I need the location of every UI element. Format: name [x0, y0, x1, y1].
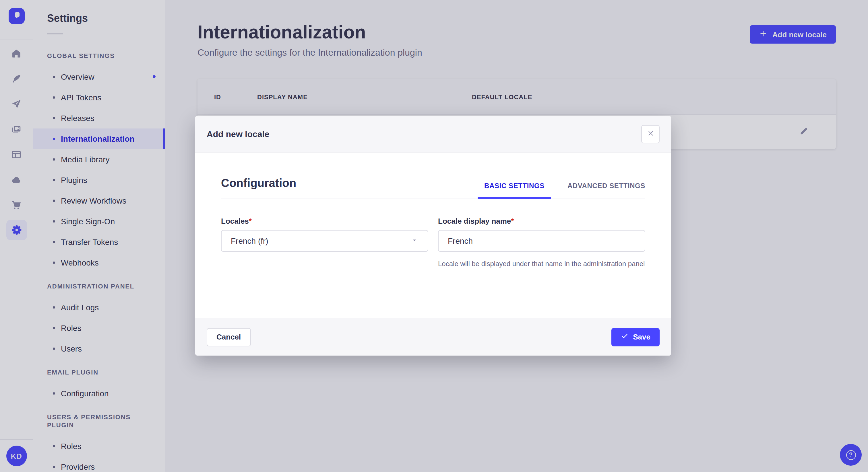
tab-basic-settings[interactable]: BASIC SETTINGS — [477, 182, 551, 198]
locales-select-value: French (fr) — [231, 236, 268, 245]
save-label: Save — [633, 333, 650, 341]
display-name-input-wrapper — [438, 230, 645, 252]
modal-body: Configuration BASIC SETTINGS ADVANCED SE… — [195, 153, 671, 318]
configuration-title: Configuration — [221, 177, 296, 198]
modal-header: Add new locale — [195, 116, 671, 153]
save-button[interactable]: Save — [611, 328, 660, 346]
modal-title: Add new locale — [207, 129, 269, 139]
display-name-input[interactable] — [448, 236, 636, 245]
display-name-label-text: Locale display name — [438, 217, 511, 225]
tab-advanced-settings[interactable]: ADVANCED SETTINGS — [561, 182, 645, 198]
locales-label-text: Locales — [221, 217, 249, 225]
chevron-down-icon — [410, 236, 418, 246]
locales-field: Locales* French (fr) — [221, 217, 428, 269]
add-locale-modal: Add new locale Configuration BASIC SETTI… — [195, 116, 671, 356]
display-name-label: Locale display name* — [438, 217, 645, 225]
locale-form: Locales* French (fr) Locale display name… — [221, 198, 645, 269]
app-window: KD Settings GLOBAL SETTINGS Overview API… — [0, 0, 868, 472]
settings-tabs: BASIC SETTINGS ADVANCED SETTINGS — [477, 182, 645, 198]
modal-close-button[interactable] — [641, 125, 660, 143]
configuration-header-row: Configuration BASIC SETTINGS ADVANCED SE… — [221, 153, 645, 198]
close-icon — [646, 129, 655, 139]
display-name-field: Locale display name* Locale will be disp… — [438, 217, 645, 269]
locales-select[interactable]: French (fr) — [221, 230, 428, 252]
modal-footer: Cancel Save — [195, 318, 671, 356]
cancel-button[interactable]: Cancel — [207, 328, 251, 346]
check-icon — [620, 332, 628, 342]
required-asterisk: * — [511, 217, 514, 225]
required-asterisk: * — [249, 217, 252, 225]
display-name-hint: Locale will be displayed under that name… — [438, 259, 645, 269]
locales-label: Locales* — [221, 217, 428, 225]
